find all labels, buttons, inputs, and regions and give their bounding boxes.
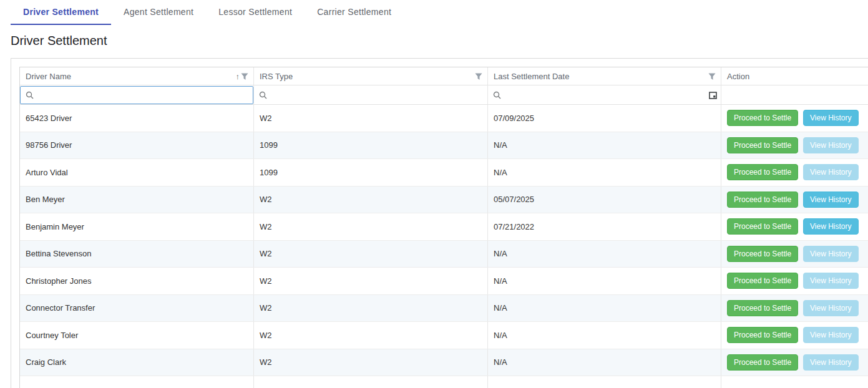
view-history-button: View History [803,354,858,371]
view-history-button[interactable]: View History [803,192,858,208]
last-settlement-date-search-box [488,85,721,104]
cell-last-settlement-date: 05/07/2025 [488,187,721,213]
cell-last-settlement-date: N/A [488,159,721,186]
cell-irs-type: W2 [254,213,488,240]
proceed-to-settle-button[interactable]: Proceed to Settle [727,192,798,208]
column-label: Action [727,72,863,81]
cell-last-settlement-date: 07/09/2025 [488,105,721,132]
cell-last-settlement-date: N/A [488,349,721,376]
tab-lessor-settlement[interactable]: Lessor Settlement [206,0,305,25]
column-label: Last Settlement Date [494,72,708,81]
view-history-button[interactable]: View History [803,110,858,126]
cell-last-settlement-date: N/A [488,322,721,349]
cell-driver-name: 65423 Driver [20,105,254,132]
proceed-to-settle-button[interactable]: Proceed to Settle [727,246,798,262]
cell-last-settlement-date: N/A [488,132,721,159]
cell-irs-type: 1099 [254,159,488,186]
column-header-last-settlement-date[interactable]: Last Settlement Date [488,67,721,85]
driver-name-search-box [20,86,253,104]
cell-action: Proceed to Settle View History [721,349,868,376]
cell-last-settlement-date: 07/21/2022 [488,213,721,240]
filter-funnel-icon[interactable] [708,73,716,80]
column-header-action: Action [721,67,868,85]
cell-driver-name: Craig Clark [20,349,254,376]
search-icon [26,91,34,99]
cell-irs-type: W2 [254,322,488,349]
cell-action: Proceed to Settle View History [721,159,868,186]
proceed-to-settle-button[interactable]: Proceed to Settle [727,164,798,180]
filter-cell-driver-name [20,85,254,104]
empty-row [20,376,868,388]
proceed-to-settle-button[interactable]: Proceed to Settle [727,300,798,316]
view-history-button: View History [803,300,858,316]
driver-name-search-input[interactable] [37,87,249,104]
view-history-button[interactable]: View History [803,218,858,235]
table-row: Arturo Vidal 1099 N/A Proceed to Settle … [20,159,868,187]
cell-driver-name: Connector Transfer [20,295,254,322]
cell-irs-type: 1099 [254,132,488,159]
filter-funnel-icon[interactable] [241,73,248,80]
last-settlement-date-search-input[interactable] [505,85,706,104]
cell-last-settlement-date: N/A [488,295,721,322]
table-row: Courtney Toler W2 N/A Proceed to Settle … [20,322,868,349]
driver-settlement-grid: Driver Name ↑ IRS Type Last Settlement D… [19,67,868,388]
proceed-to-settle-button[interactable]: Proceed to Settle [727,137,798,153]
table-row: Christopher Jones W2 N/A Proceed to Sett… [20,268,868,295]
tab-agent-settlement[interactable]: Agent Settlement [111,0,206,25]
table-row: 65423 Driver W2 07/09/2025 Proceed to Se… [20,105,868,132]
column-label: Driver Name [26,72,236,81]
cell-driver-name: Arturo Vidal [20,159,254,186]
cell-driver-name: Ben Meyer [20,187,254,213]
proceed-to-settle-button[interactable]: Proceed to Settle [727,110,798,126]
cell-action: Proceed to Settle View History [721,295,868,322]
settlement-panel: Driver Name ↑ IRS Type Last Settlement D… [11,58,868,388]
cell-action: Proceed to Settle View History [721,105,868,132]
cell-action: Proceed to Settle View History [721,213,868,240]
table-row: 98756 Driver 1099 N/A Proceed to Settle … [20,132,868,160]
column-header-driver-name[interactable]: Driver Name ↑ [20,67,254,85]
proceed-to-settle-button[interactable]: Proceed to Settle [727,327,798,343]
cell-driver-name: 98756 Driver [20,132,254,159]
page-title: Driver Settlement [11,34,868,48]
cell-irs-type: W2 [254,187,488,213]
table-row: Connector Transfer W2 N/A Proceed to Set… [20,295,868,323]
search-icon [259,91,267,99]
filter-cell-action [721,85,868,104]
table-row: Craig Clark W2 N/A Proceed to Settle Vie… [20,349,868,377]
filter-funnel-icon[interactable] [475,73,482,80]
view-history-button: View History [803,327,858,343]
table-row: Bettina Stevenson W2 N/A Proceed to Sett… [20,241,868,268]
cell-action: Proceed to Settle View History [721,322,868,349]
sort-ascending-icon: ↑ [236,72,240,81]
tab-bar: Driver SettlementAgent SettlementLessor … [0,0,868,25]
calendar-icon[interactable] [709,91,717,99]
view-history-button: View History [803,137,858,153]
cell-action: Proceed to Settle View History [721,187,868,213]
column-header-irs-type[interactable]: IRS Type [254,67,488,85]
grid-body: 65423 Driver W2 07/09/2025 Proceed to Se… [20,105,868,376]
view-history-button: View History [803,246,858,262]
irs-type-search-box [254,85,487,104]
grid-header-row: Driver Name ↑ IRS Type Last Settlement D… [20,67,868,85]
irs-type-search-input[interactable] [271,85,484,104]
cell-action: Proceed to Settle View History [721,132,868,159]
table-row: Ben Meyer W2 05/07/2025 Proceed to Settl… [20,187,868,214]
filter-cell-irs-type [254,85,488,104]
cell-driver-name: Christopher Jones [20,268,254,294]
cell-irs-type: W2 [254,241,488,268]
proceed-to-settle-button[interactable]: Proceed to Settle [727,354,798,371]
cell-action: Proceed to Settle View History [721,268,868,294]
cell-irs-type: W2 [254,295,488,322]
proceed-to-settle-button[interactable]: Proceed to Settle [727,273,798,289]
cell-irs-type: W2 [254,268,488,294]
cell-driver-name: Bettina Stevenson [20,241,254,268]
tab-carrier-settlement[interactable]: Carrier Settlement [305,0,404,25]
cell-irs-type: W2 [254,349,488,376]
tab-driver-settlement[interactable]: Driver Settlement [11,0,111,25]
table-row: Benjamin Meyer W2 07/21/2022 Proceed to … [20,213,868,241]
cell-last-settlement-date: N/A [488,268,721,294]
column-label: IRS Type [260,72,475,81]
proceed-to-settle-button[interactable]: Proceed to Settle [727,218,798,235]
grid-filter-row [20,85,868,105]
view-history-button: View History [803,164,858,180]
